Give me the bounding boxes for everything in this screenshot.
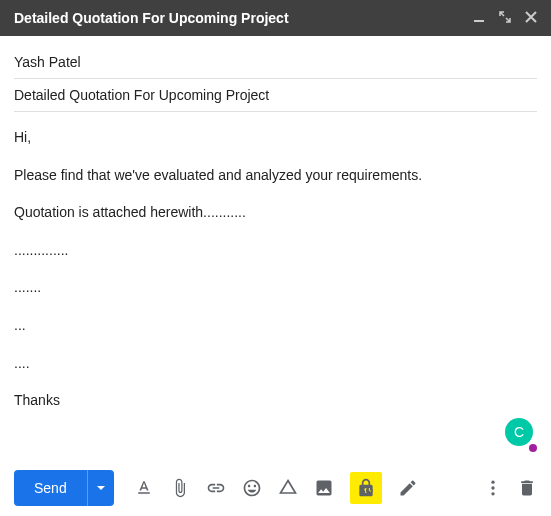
- send-group: Send: [14, 470, 114, 506]
- confidential-mode-icon[interactable]: [350, 472, 382, 504]
- message-body[interactable]: Hi, Please find that we've evaluated and…: [14, 112, 537, 439]
- compose-toolbar: Send: [14, 470, 537, 506]
- attach-icon[interactable]: [170, 478, 190, 498]
- body-line1: Please find that we've evaluated and ana…: [14, 166, 537, 186]
- emoji-icon[interactable]: [242, 478, 262, 498]
- body-line4: .......: [14, 278, 537, 298]
- right-tools: [483, 478, 537, 498]
- more-options-icon[interactable]: [483, 478, 503, 498]
- svg-point-3: [491, 486, 494, 489]
- formatting-tools: [134, 478, 418, 498]
- subject-field[interactable]: Detailed Quotation For Upcoming Project: [14, 79, 537, 112]
- body-line6: ....: [14, 354, 537, 374]
- pen-icon[interactable]: [398, 478, 418, 498]
- body-line5: ...: [14, 316, 537, 336]
- recipient-field[interactable]: Yash Patel: [14, 46, 537, 79]
- compose-body: Yash Patel Detailed Quotation For Upcomi…: [0, 36, 551, 449]
- avatar-letter: C: [514, 424, 524, 440]
- body-line2: Quotation is attached herewith..........…: [14, 203, 537, 223]
- svg-point-4: [491, 492, 494, 495]
- svg-rect-0: [474, 20, 484, 22]
- delete-icon[interactable]: [517, 478, 537, 498]
- minimize-icon[interactable]: [473, 10, 485, 26]
- body-greeting: Hi,: [14, 128, 537, 148]
- send-dropdown-button[interactable]: [87, 470, 114, 506]
- drive-icon[interactable]: [278, 478, 298, 498]
- svg-point-2: [491, 481, 494, 484]
- close-icon[interactable]: [525, 10, 537, 26]
- body-signoff: Thanks: [14, 391, 537, 411]
- header-title: Detailed Quotation For Upcoming Project: [14, 10, 473, 26]
- avatar-status-dot: [529, 444, 537, 452]
- send-button[interactable]: Send: [14, 470, 87, 506]
- formatting-icon[interactable]: [134, 478, 154, 498]
- body-line3: ..............: [14, 241, 537, 261]
- image-icon[interactable]: [314, 478, 334, 498]
- compose-header: Detailed Quotation For Upcoming Project: [0, 0, 551, 36]
- expand-icon[interactable]: [499, 10, 511, 26]
- link-icon[interactable]: [206, 478, 226, 498]
- avatar[interactable]: C: [505, 418, 533, 446]
- header-controls: [473, 10, 537, 26]
